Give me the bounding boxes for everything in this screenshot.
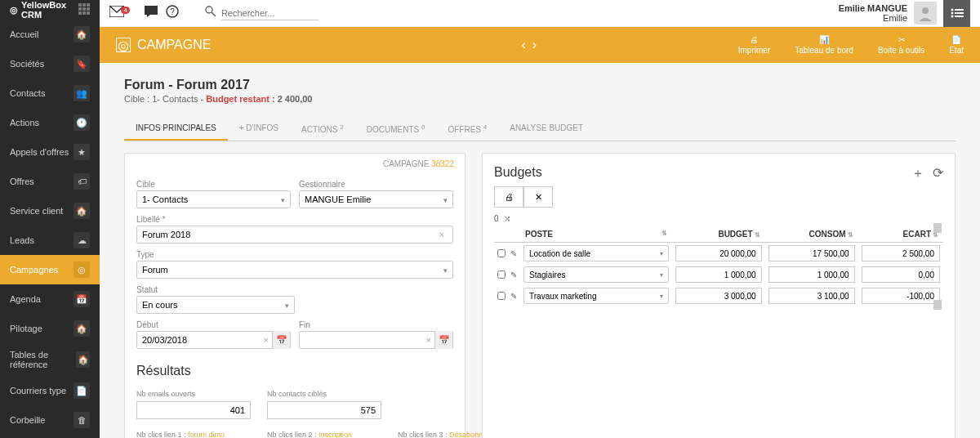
sidebar-item-service[interactable]: Service client🏠	[0, 196, 100, 226]
sidebar-item-appels[interactable]: Appels d'offres★	[0, 137, 100, 167]
sidebar-item-societes[interactable]: Sociétés🔖	[0, 49, 100, 78]
tools-button[interactable]: ✂Boite à outils	[878, 35, 924, 55]
search-icon[interactable]	[205, 6, 216, 20]
r3-link[interactable]: forum dimo	[188, 431, 225, 438]
r1-value[interactable]: 401	[136, 401, 251, 419]
chevron-down-icon	[281, 194, 285, 204]
table-row: Stagiaires 1 000,00 1 000,00 0,00	[494, 264, 943, 285]
tab-documents[interactable]: DOCUMENTS 0	[355, 117, 437, 141]
edit-icon[interactable]	[510, 270, 517, 279]
budget-value[interactable]: 1 000,00	[675, 266, 762, 283]
tab-infos[interactable]: INFOS PRINCIPALES	[124, 117, 228, 141]
clear-icon[interactable]: ×	[426, 335, 431, 345]
next-button[interactable]: ›	[532, 38, 537, 52]
budget-value[interactable]: 3 000,00	[675, 288, 762, 304]
dashboard-button[interactable]: 📊Tableau de bord	[795, 35, 853, 55]
budget-value[interactable]: 20 000,00	[675, 245, 762, 261]
mail-icon[interactable]: 4	[109, 6, 136, 20]
svg-rect-6	[78, 11, 82, 15]
scrollbar[interactable]	[933, 223, 942, 233]
sort-icon[interactable]: ⇅	[662, 230, 667, 237]
sidebar-item-tables[interactable]: Tables de référence🏠	[0, 343, 100, 376]
chat-icon[interactable]	[145, 6, 158, 20]
sidebar-item-pilotage[interactable]: Pilotage🏠	[0, 314, 100, 343]
poste-select[interactable]: Stagiaires	[523, 266, 669, 283]
app-logo[interactable]: ◎ YellowBox CRM	[10, 0, 74, 20]
shuffle-icon[interactable]: ⤭	[504, 214, 510, 223]
help-icon[interactable]: ?	[166, 5, 179, 21]
edit-icon[interactable]	[510, 249, 517, 258]
sidebar-item-campagnes[interactable]: Campagnes◎	[0, 255, 100, 284]
svg-rect-17	[955, 9, 964, 11]
statut-select[interactable]: En cours	[136, 296, 295, 314]
svg-point-16	[951, 9, 953, 11]
home-icon: 🏠	[76, 351, 90, 368]
sidebar-item-accueil[interactable]: Accueil🏠	[0, 20, 100, 49]
tab-plus-infos[interactable]: + D'INFOS	[228, 117, 290, 141]
add-button[interactable]: ＋	[911, 165, 924, 182]
libelle-input[interactable]: Forum 2018×	[136, 226, 453, 244]
tab-actions[interactable]: ACTIONS 2	[290, 117, 355, 141]
calendar-icon: 📅	[74, 291, 90, 307]
svg-point-18	[951, 12, 953, 15]
avatar[interactable]	[914, 2, 937, 25]
sidebar-item-contacts[interactable]: Contacts👥	[0, 78, 100, 108]
row-checkbox[interactable]	[497, 292, 506, 300]
app-name: YellowBox CRM	[21, 0, 74, 20]
print-button[interactable]: 🖨Imprimer	[738, 35, 770, 55]
calendar-icon[interactable]: 📅	[272, 331, 290, 349]
ecart-value[interactable]: 0,00	[862, 266, 940, 283]
sidebar-item-actions[interactable]: Actions🕐	[0, 108, 100, 137]
poste-select[interactable]: Travaux marketing	[523, 288, 669, 304]
tab-offres[interactable]: OFFRES 4	[436, 117, 498, 141]
home-icon: 🏠	[74, 320, 90, 337]
sort-icon[interactable]: ⇅	[848, 231, 853, 239]
state-button[interactable]: 📄Etat	[949, 35, 964, 55]
sidebar-item-courriers[interactable]: Courriers type📄	[0, 376, 100, 405]
fin-input[interactable]: ×📅	[299, 331, 453, 349]
row-checkbox[interactable]	[497, 249, 506, 257]
sidebar-item-offres[interactable]: Offres🏷	[0, 167, 100, 196]
target-icon: ◎	[74, 261, 90, 278]
tab-analyse[interactable]: ANALYSE BUDGET	[498, 117, 595, 141]
sort-icon[interactable]: ⇅	[755, 231, 760, 239]
sidebar-item-corbeille[interactable]: Corbeille🗑	[0, 405, 100, 435]
edit-icon[interactable]	[510, 292, 517, 301]
tabs: INFOS PRINCIPALES + D'INFOS ACTIONS 2 DO…	[124, 117, 956, 141]
sidebar-item-leads[interactable]: Leads☁	[0, 226, 100, 255]
type-select[interactable]: Forum	[136, 261, 453, 279]
panel-label: CAMPAGNE	[383, 159, 431, 168]
file-icon: 📄	[74, 382, 90, 399]
gest-select[interactable]: MANGUE Emilie	[299, 190, 453, 208]
consom-value[interactable]: 17 500,00	[768, 245, 855, 261]
cible-select[interactable]: 1- Contacts	[136, 190, 291, 208]
page-title: Forum - Forum 2017	[124, 78, 956, 92]
scrollbar[interactable]	[933, 300, 942, 310]
refresh-button[interactable]: ⟳	[933, 165, 943, 182]
r4-link[interactable]: Inscription	[318, 431, 352, 438]
results-title: Résultats	[136, 364, 453, 378]
clear-icon[interactable]: ×	[439, 230, 444, 239]
prev-button[interactable]: ‹	[521, 38, 525, 52]
search-input[interactable]	[221, 7, 319, 20]
grid-icon[interactable]	[78, 3, 90, 16]
debut-input[interactable]: 20/03/2018×📅	[136, 331, 291, 349]
ecart-value[interactable]: -100,00	[862, 288, 940, 304]
calendar-icon[interactable]: 📅	[434, 331, 452, 349]
sidebar-item-agenda[interactable]: Agenda📅	[0, 284, 100, 314]
ecart-value[interactable]: 2 500,00	[862, 245, 940, 261]
budgets-title: Budgets	[494, 165, 943, 180]
sidebar-item-dates[interactable]: Mise à jour des dates⚡	[0, 435, 100, 438]
r2-value[interactable]: 575	[267, 401, 381, 419]
svg-rect-1	[82, 3, 86, 7]
svg-point-20	[951, 16, 953, 18]
consom-value[interactable]: 3 100,00	[768, 288, 855, 304]
row-checkbox[interactable]	[497, 270, 506, 279]
poste-select[interactable]: Location de salle	[523, 245, 669, 261]
print-button[interactable]: 🖨	[494, 186, 523, 208]
menu-button[interactable]	[943, 0, 970, 27]
clear-icon[interactable]: ×	[264, 335, 269, 345]
consom-value[interactable]: 1 000,00	[768, 266, 855, 283]
tools-icon: ✂	[898, 35, 905, 44]
settings-button[interactable]: ✕	[523, 186, 553, 208]
